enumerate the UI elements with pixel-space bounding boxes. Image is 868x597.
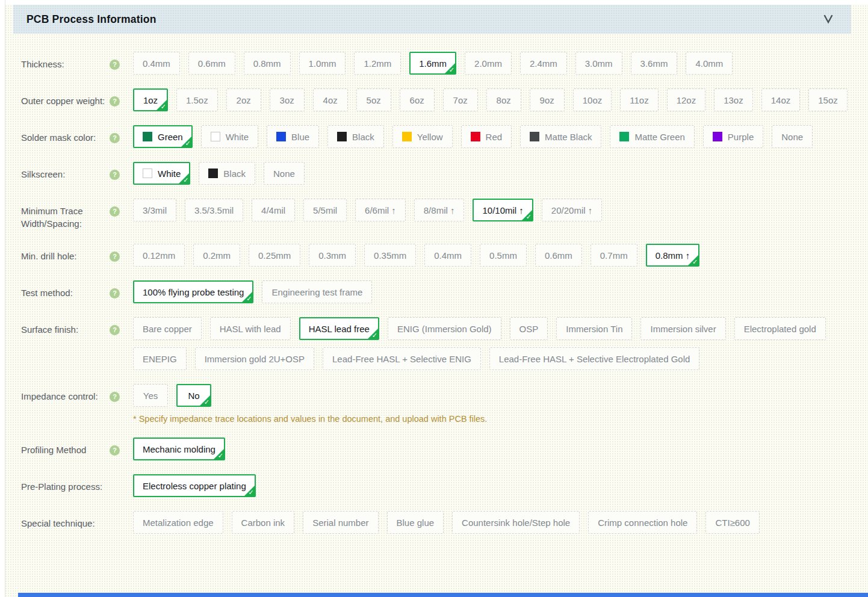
option-button[interactable]: ENEPIG xyxy=(133,347,187,370)
option-button[interactable]: Yellow xyxy=(392,125,453,148)
option-button[interactable]: 0.6mm xyxy=(535,244,582,267)
help-icon[interactable]: ? xyxy=(110,445,120,456)
option-button[interactable]: Immersion Tin xyxy=(556,317,632,340)
option-button[interactable]: 4oz xyxy=(313,88,348,111)
option-button[interactable]: Serial number xyxy=(303,511,378,534)
collapse-chevron-icon[interactable] xyxy=(821,13,835,25)
help-icon[interactable]: ? xyxy=(110,206,120,217)
option-button[interactable]: 0.4mm xyxy=(133,52,180,75)
option-button[interactable]: 0.8mm xyxy=(244,52,291,75)
option-button[interactable]: 100% flying probe testing xyxy=(133,280,253,303)
option-button[interactable]: 1.2mm xyxy=(354,52,401,75)
option-button[interactable]: 2oz xyxy=(226,88,261,111)
option-button[interactable]: Yes xyxy=(133,384,168,407)
help-icon[interactable]: ? xyxy=(110,392,120,402)
option-button[interactable]: Blue xyxy=(267,125,319,148)
option-button[interactable]: 3.0mm xyxy=(575,52,622,75)
option-button[interactable]: CTI≥600 xyxy=(705,511,759,534)
option-button[interactable]: 9oz xyxy=(530,88,565,111)
option-button[interactable]: White xyxy=(133,162,190,185)
help-icon[interactable]: ? xyxy=(110,252,120,262)
option-button[interactable]: 20/20mil ↑ xyxy=(542,199,602,221)
option-button[interactable]: Purple xyxy=(703,125,763,148)
option-button[interactable]: 7oz xyxy=(443,88,478,111)
option-button[interactable]: HASL with lead xyxy=(210,317,291,340)
option-button[interactable]: 0.8mm ↑ xyxy=(646,244,700,267)
option-button[interactable]: None xyxy=(772,125,813,148)
option-button[interactable]: Black xyxy=(199,162,255,185)
option-button[interactable]: Carbon ink xyxy=(232,511,295,534)
option-label: 0.12mm xyxy=(143,250,175,261)
option-button[interactable]: 6/6mil ↑ xyxy=(355,199,406,221)
option-button[interactable]: OSP xyxy=(510,317,548,340)
option-button[interactable]: 2.0mm xyxy=(465,52,512,75)
option-button[interactable]: Electroless copper plating xyxy=(133,474,256,497)
option-button[interactable]: 3/3mil xyxy=(133,199,176,221)
option-button[interactable]: Countersink hole/Step hole xyxy=(452,511,580,534)
option-button[interactable]: 0.3mm xyxy=(309,244,356,267)
option-label: 10/10mil ↑ xyxy=(482,205,523,215)
option-button[interactable]: Matte Black xyxy=(520,125,601,148)
option-button[interactable]: Lead-Free HASL + Selective Electroplated… xyxy=(489,347,700,370)
option-button[interactable]: 13oz xyxy=(714,88,753,111)
option-button[interactable]: 15oz xyxy=(808,88,848,111)
help-icon[interactable]: ? xyxy=(110,170,120,180)
option-button[interactable]: 8/8mil ↑ xyxy=(414,199,465,221)
option-button[interactable]: HASL lead free xyxy=(299,317,379,340)
process-rows: Thickness:?0.4mm0.6mm0.8mm1.0mm1.2mm1.6m… xyxy=(0,52,868,534)
option-button[interactable]: 3oz xyxy=(270,88,305,111)
option-button[interactable]: 0.4mm xyxy=(424,244,471,267)
option-button[interactable]: Bare copper xyxy=(133,317,202,340)
option-button[interactable]: 10oz xyxy=(573,88,612,111)
option-button[interactable]: Metalization edge xyxy=(133,511,223,534)
option-button[interactable]: 0.5mm xyxy=(480,244,527,267)
options-group: Bare copperHASL with leadHASL lead freeE… xyxy=(133,317,862,370)
option-button[interactable]: Lead-Free HASL + Selective ENIG xyxy=(323,347,481,370)
option-button[interactable]: 0.25mm xyxy=(249,244,300,267)
option-button[interactable]: 0.2mm xyxy=(193,244,240,267)
option-button[interactable]: 14oz xyxy=(761,88,801,111)
option-button[interactable]: Matte Green xyxy=(610,125,694,148)
help-icon[interactable]: ? xyxy=(110,325,120,335)
option-button[interactable]: 10/10mil ↑ xyxy=(473,199,533,221)
option-button[interactable]: 5/5mil xyxy=(303,199,347,221)
option-button[interactable]: 4.0mm xyxy=(686,52,733,75)
help-icon[interactable]: ? xyxy=(110,60,120,70)
option-button[interactable]: 6oz xyxy=(400,88,435,111)
option-button[interactable]: 0.12mm xyxy=(133,244,185,267)
option-button[interactable]: Green xyxy=(133,125,193,148)
option-button[interactable]: 0.6mm xyxy=(188,52,235,75)
option-button[interactable]: Crimp connection hole xyxy=(588,511,697,534)
option-button[interactable]: 0.7mm xyxy=(591,244,637,267)
option-button[interactable]: 0.35mm xyxy=(364,244,416,267)
option-button[interactable]: Mechanic molding xyxy=(133,438,225,460)
option-button[interactable]: 8oz xyxy=(486,88,521,111)
option-button[interactable]: Engineering test frame xyxy=(262,280,372,303)
option-label: Serial number xyxy=(312,518,368,528)
option-button[interactable]: 3.6mm xyxy=(631,52,678,75)
option-button[interactable]: 1.6mm xyxy=(409,52,456,75)
option-button[interactable]: 1oz xyxy=(133,88,168,111)
option-label: Matte Green xyxy=(634,132,684,142)
help-icon[interactable]: ? xyxy=(110,96,120,107)
option-button[interactable]: Blue glue xyxy=(387,511,444,534)
option-button[interactable]: Red xyxy=(461,125,512,148)
option-button[interactable]: 11oz xyxy=(620,88,658,111)
option-button[interactable]: Immersion gold 2U+OSP xyxy=(195,347,314,370)
option-button[interactable]: 2.4mm xyxy=(520,52,567,75)
option-button[interactable]: 3.5/3.5mil xyxy=(185,199,243,221)
option-button[interactable]: 1.5oz xyxy=(176,88,218,111)
option-button[interactable]: 5oz xyxy=(356,88,391,111)
option-button[interactable]: Electroplated gold xyxy=(734,317,826,340)
option-button[interactable]: 4/4mil xyxy=(252,199,295,221)
option-button[interactable]: Black xyxy=(327,125,384,148)
option-button[interactable]: White xyxy=(201,125,258,148)
option-button[interactable]: ENIG (Immersion Gold) xyxy=(388,317,501,340)
option-button[interactable]: 12oz xyxy=(667,88,706,111)
option-button[interactable]: No xyxy=(176,384,211,407)
help-icon[interactable]: ? xyxy=(110,133,120,143)
option-button[interactable]: Immersion silver xyxy=(640,317,725,340)
option-button[interactable]: 1.0mm xyxy=(299,52,346,75)
option-button[interactable]: None xyxy=(264,162,305,185)
help-icon[interactable]: ? xyxy=(110,288,120,298)
